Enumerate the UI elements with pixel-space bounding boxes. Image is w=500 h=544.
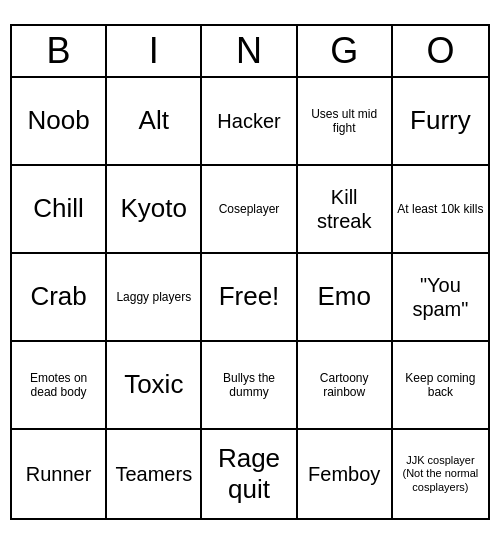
bingo-cell-10: Crab xyxy=(12,254,107,342)
bingo-grid: NoobAltHackerUses ult mid fightFurryChil… xyxy=(12,78,488,518)
bingo-cell-19: Keep coming back xyxy=(393,342,488,430)
bingo-cell-8: Kill streak xyxy=(298,166,393,254)
bingo-cell-3: Uses ult mid fight xyxy=(298,78,393,166)
bingo-cell-23: Femboy xyxy=(298,430,393,518)
letter-g: G xyxy=(298,26,393,76)
letter-o: O xyxy=(393,26,488,76)
bingo-cell-14: "You spam" xyxy=(393,254,488,342)
bingo-cell-13: Emo xyxy=(298,254,393,342)
bingo-header: B I N G O xyxy=(12,26,488,78)
bingo-cell-5: Chill xyxy=(12,166,107,254)
bingo-cell-16: Toxic xyxy=(107,342,202,430)
bingo-cell-2: Hacker xyxy=(202,78,297,166)
bingo-cell-21: Teamers xyxy=(107,430,202,518)
bingo-cell-17: Bullys the dummy xyxy=(202,342,297,430)
bingo-cell-20: Runner xyxy=(12,430,107,518)
bingo-cell-7: Coseplayer xyxy=(202,166,297,254)
bingo-cell-15: Emotes on dead body xyxy=(12,342,107,430)
bingo-cell-22: Rage quit xyxy=(202,430,297,518)
bingo-cell-1: Alt xyxy=(107,78,202,166)
bingo-cell-9: At least 10k kills xyxy=(393,166,488,254)
letter-i: I xyxy=(107,26,202,76)
letter-n: N xyxy=(202,26,297,76)
bingo-cell-6: Kyoto xyxy=(107,166,202,254)
bingo-cell-0: Noob xyxy=(12,78,107,166)
bingo-cell-4: Furry xyxy=(393,78,488,166)
bingo-cell-24: JJK cosplayer (Not the normal cosplayers… xyxy=(393,430,488,518)
bingo-cell-12: Free! xyxy=(202,254,297,342)
bingo-card: B I N G O NoobAltHackerUses ult mid figh… xyxy=(10,24,490,520)
bingo-cell-18: Cartoony rainbow xyxy=(298,342,393,430)
letter-b: B xyxy=(12,26,107,76)
bingo-cell-11: Laggy players xyxy=(107,254,202,342)
